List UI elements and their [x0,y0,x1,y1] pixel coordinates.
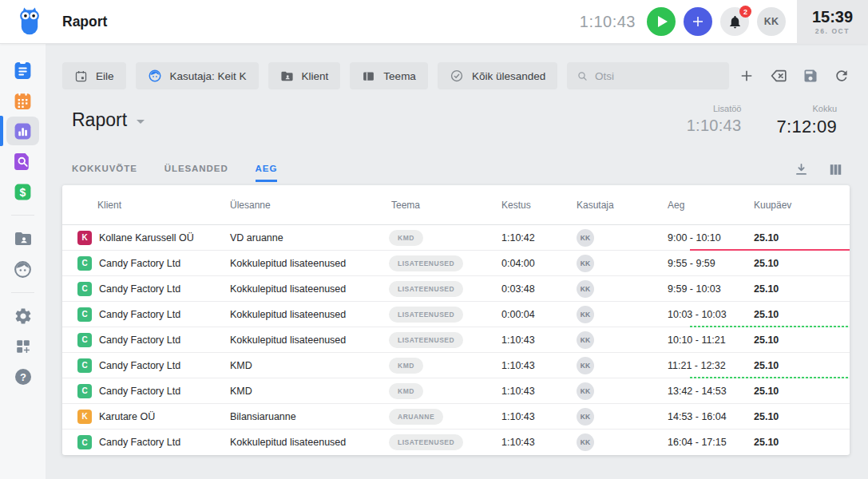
clock-time: 15:39 [812,8,853,26]
client-avatar: C [77,256,92,271]
filter-chip-client[interactable]: Klient [268,62,341,89]
column-header[interactable]: Aeg [666,200,754,211]
search-box [567,62,729,89]
client-cell: CCandy Factory Ltd [62,384,230,398]
table-body: KKollane Karussell OÜVD aruanneKMD1:10:4… [62,225,850,455]
duration-cell: 1:10:43 [500,360,573,371]
column-header[interactable]: Ülesanne [230,200,389,211]
sidebar-item-search-documents[interactable] [0,146,46,176]
client-avatar: K [77,231,92,245]
filter-chip-label: Klient [302,70,329,82]
duration-cell: 1:10:43 [500,335,573,346]
time-range-cell: 13:42 - 14:53 [666,386,754,397]
topic-cell: LISATEENUSED [389,255,500,271]
refresh-button[interactable] [834,68,850,84]
column-header[interactable]: Teema [389,200,500,211]
user-avatar-small: KK [577,331,594,349]
table-row[interactable]: KKarutare OÜBilansiaruanneARUANNE1:10:43… [62,404,850,430]
table-row[interactable]: CCandy Factory LtdKokkulepitud lisateenu… [62,302,850,327]
table-row[interactable]: CCandy Factory LtdKokkulepitud lisateenu… [62,276,850,302]
filter-chip-topic[interactable]: Teema [350,62,428,89]
sidebar-item-help[interactable]: ? [0,362,46,392]
sidebar-item-persons[interactable] [0,254,46,284]
client-avatar: C [77,333,92,347]
table-row[interactable]: CCandy Factory LtdKokkulepitud lisateenu… [62,430,850,455]
report-title-dropdown[interactable]: Raport [72,109,145,131]
table-row[interactable]: CCandy Factory LtdKMDKMD1:10:43KK11:21 -… [62,353,850,378]
sidebar-item-report[interactable] [0,116,46,146]
apps-grid-plus-icon [14,338,32,355]
date-cell: 25.10 [754,335,850,346]
backspace-clear-icon [770,67,787,85]
sidebar-item-settings[interactable] [0,301,46,331]
calendar-outline-icon [74,69,88,83]
user-avatar-small: KK [577,306,594,323]
user-avatar-small: KK [577,280,594,298]
download-button[interactable] [794,162,809,177]
time-range-cell: 11:21 - 12:32 [666,360,754,371]
help-icon: ? [14,367,33,386]
filter-chip-tasks[interactable]: Kõik ülesanded [438,62,557,89]
table-row[interactable]: CCandy Factory LtdKokkulepitud lisateenu… [62,251,850,276]
user-avatar[interactable]: KK [757,7,786,36]
notifications-button[interactable]: 2 [720,7,749,36]
add-button[interactable] [684,7,712,36]
table-row[interactable]: KKollane Karussell OÜVD aruanneKMD1:10:4… [62,225,850,251]
save-report-button[interactable] [803,68,818,84]
grand-total: Kokku 7:12:09 [776,104,837,137]
filter-chip-date[interactable]: Eile [62,62,126,89]
table-row[interactable]: CCandy Factory LtdKMDKMD1:10:43KK13:42 -… [62,378,850,404]
columns-icon [828,162,843,177]
sidebar-item-calendar[interactable] [0,85,46,116]
column-header[interactable]: Kuupäev [754,200,850,211]
topic-tag: LISATEENUSED [389,332,463,348]
add-filter-button[interactable] [739,68,755,84]
notification-badge: 2 [739,6,751,18]
task-cell: Kokkulepitud lisateenused [230,335,389,346]
filter-chip-user[interactable]: Kasutaja: Keit K [136,62,259,89]
topic-cell: LISATEENUSED [389,281,500,297]
search-input[interactable] [595,70,719,82]
topic-tag: KMD [389,383,423,399]
sidebar-item-integrations[interactable] [0,331,46,362]
duration-cell: 1:10:43 [500,386,573,397]
table-row[interactable]: CCandy Factory LtdKokkulepitud lisateenu… [62,327,850,353]
topbar-actions: 1:10:43 2 KK 15:39 26. OCT [580,0,868,44]
topbar: Raport 1:10:43 2 KK 15:39 26. OCT [0,0,868,44]
column-header[interactable]: Klient [62,200,230,211]
column-header[interactable]: Kasutaja [573,200,666,211]
user-face-icon [148,69,162,83]
client-cell: KKarutare OÜ [62,410,230,424]
clear-filters-button[interactable] [770,67,787,85]
person-face-icon [13,259,33,279]
clipboard-tasks-icon [13,61,33,81]
columns-button[interactable] [828,162,843,177]
client-name: Kollane Karussell OÜ [99,232,194,243]
tab-ulesanded[interactable]: ÜLESANDED [164,164,228,182]
column-header[interactable]: Kestus [500,200,573,211]
date-cell: 25.10 [754,283,850,295]
client-name: Candy Factory Ltd [99,258,180,269]
clock-date: 26. OCT [815,27,850,35]
date-cell: 25.10 [754,360,850,371]
topic-cell: KMD [389,383,500,399]
sidebar-item-clients[interactable] [0,224,46,254]
clients-folder-icon [14,229,33,248]
play-button[interactable] [647,7,676,36]
extra-total: Lisatöö 1:10:43 [687,104,742,137]
client-avatar: K [77,410,92,424]
tab-aeg[interactable]: AEG [256,164,278,182]
client-avatar: C [77,307,92,322]
topic-card-icon [362,69,375,83]
client-cell: CCandy Factory Ltd [62,333,230,347]
client-name: Karutare OÜ [99,411,155,422]
report-title: Raport [72,109,127,131]
sidebar-item-tasks[interactable] [0,55,46,85]
grand-total-value: 7:12:09 [776,117,837,137]
refresh-icon [834,68,850,84]
check-circle-icon [450,69,464,83]
date-cell: 25.10 [754,258,850,269]
user-avatar-small: KK [577,229,594,247]
sidebar-item-billing[interactable]: $ [0,176,46,207]
tab-kokkuvote[interactable]: KOKKUVÕTE [72,164,137,182]
